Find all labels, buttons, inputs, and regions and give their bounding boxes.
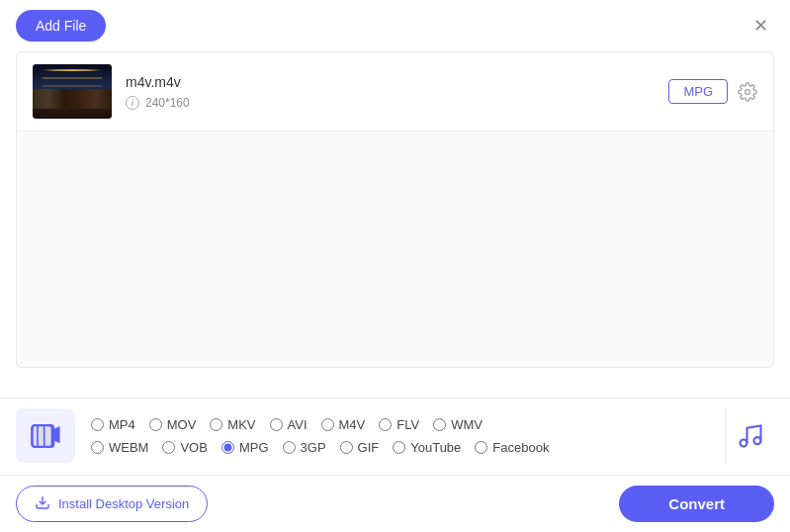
format-label-mov: MOV	[167, 417, 197, 432]
format-option-wmv[interactable]: WMV	[433, 417, 483, 432]
video-format-icon-area	[16, 408, 75, 463]
file-actions: MPG	[668, 79, 757, 104]
format-radio-avi[interactable]	[270, 418, 283, 431]
top-bar: Add File ✕	[0, 0, 790, 51]
format-label-mpg: MPG	[239, 440, 269, 455]
format-radio-webm[interactable]	[91, 441, 104, 454]
convert-button[interactable]: Convert	[619, 486, 774, 522]
format-radio-facebook[interactable]	[475, 441, 487, 454]
file-item: m4v.m4v i 240*160 MPG	[17, 52, 773, 132]
gear-icon	[738, 82, 757, 102]
format-radio-mov[interactable]	[149, 418, 162, 431]
format-option-mkv[interactable]: MKV	[210, 417, 255, 432]
svg-point-0	[746, 89, 750, 94]
format-label-avi: AVI	[288, 417, 307, 432]
file-list-area: m4v.m4v i 240*160 MPG	[16, 51, 774, 368]
format-label-gif: GIF	[358, 440, 380, 455]
thumbnail-image	[33, 64, 112, 119]
svg-point-9	[753, 437, 760, 444]
format-panel: MP4 MOV MKV AVI M4V	[0, 398, 790, 473]
video-icon	[30, 420, 61, 452]
format-row-1: MP4 MOV MKV AVI M4V	[91, 417, 715, 432]
format-option-flv[interactable]: FLV	[379, 417, 419, 432]
format-label-webm: WEBM	[109, 440, 148, 455]
file-info: m4v.m4v i 240*160	[126, 74, 668, 110]
install-button[interactable]: Install Desktop Version	[16, 486, 208, 522]
format-option-youtube[interactable]: YouTube	[393, 440, 461, 455]
format-radio-mkv[interactable]	[210, 418, 222, 431]
format-label-wmv: WMV	[451, 417, 483, 432]
format-option-mov[interactable]: MOV	[149, 417, 197, 432]
file-resolution: 240*160	[145, 96, 190, 110]
format-label-youtube: YouTube	[410, 440, 461, 455]
format-option-webm[interactable]: WEBM	[91, 440, 148, 455]
format-option-mp4[interactable]: MP4	[91, 417, 135, 432]
info-icon: i	[126, 96, 139, 110]
settings-button[interactable]	[738, 82, 757, 102]
download-svg-icon	[35, 494, 50, 510]
add-file-button[interactable]: Add File	[16, 10, 106, 42]
format-label-facebook: Facebook	[492, 440, 549, 455]
format-radio-mpg[interactable]	[221, 441, 234, 454]
format-radio-gif[interactable]	[340, 441, 353, 454]
close-button[interactable]: ✕	[746, 12, 774, 40]
format-badge[interactable]: MPG	[668, 79, 728, 104]
format-option-vob[interactable]: VOB	[162, 440, 207, 455]
download-icon	[35, 494, 50, 513]
format-label-m4v: M4V	[339, 417, 366, 432]
format-label-flv: FLV	[396, 417, 419, 432]
svg-point-8	[740, 439, 746, 446]
file-meta: i 240*160	[126, 96, 668, 110]
format-label-mkv: MKV	[227, 417, 255, 432]
format-radio-flv[interactable]	[379, 418, 392, 431]
file-name: m4v.m4v	[126, 74, 668, 90]
format-radio-youtube[interactable]	[393, 441, 405, 454]
format-radio-wmv[interactable]	[433, 418, 446, 431]
format-options-container: MP4 MOV MKV AVI M4V	[91, 417, 715, 455]
format-label-vob: VOB	[180, 440, 207, 455]
format-radio-m4v[interactable]	[321, 418, 334, 431]
file-thumbnail	[33, 64, 112, 119]
install-label: Install Desktop Version	[58, 496, 189, 511]
footer-bar: Install Desktop Version Convert	[0, 475, 790, 532]
format-label-3gp: 3GP	[301, 440, 326, 455]
format-radio-3gp[interactable]	[283, 441, 296, 454]
format-option-mpg[interactable]: MPG	[221, 440, 269, 455]
format-row-2: WEBM VOB MPG 3GP GIF	[91, 440, 715, 455]
format-option-avi[interactable]: AVI	[270, 417, 307, 432]
music-icon	[737, 422, 764, 450]
format-option-m4v[interactable]: M4V	[321, 417, 366, 432]
svg-rect-5	[33, 425, 52, 446]
music-icon-area[interactable]	[725, 408, 774, 463]
format-option-3gp[interactable]: 3GP	[283, 440, 326, 455]
format-option-gif[interactable]: GIF	[340, 440, 380, 455]
format-option-facebook[interactable]: Facebook	[475, 440, 549, 455]
format-radio-vob[interactable]	[162, 441, 175, 454]
format-label-mp4: MP4	[109, 417, 135, 432]
format-radio-mp4[interactable]	[91, 418, 104, 431]
